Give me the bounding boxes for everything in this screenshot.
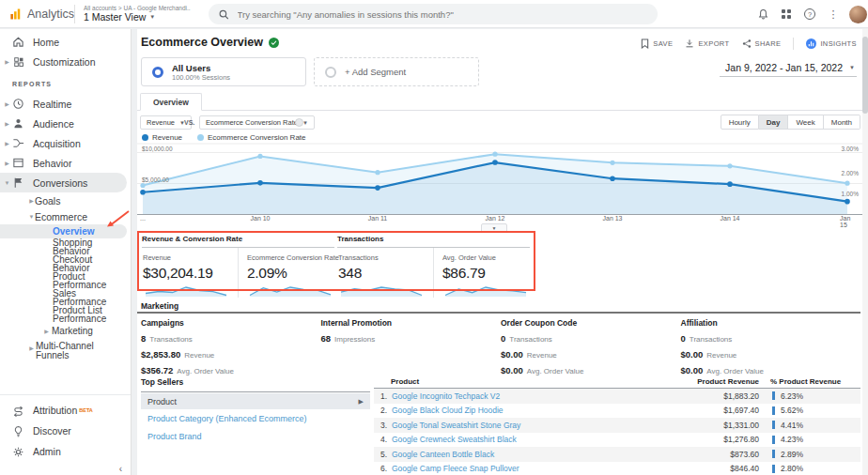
scorecard-group-transactions: Transactions Transactions 348 Avg. Order… — [337, 235, 530, 298]
row-rank: 1. — [374, 391, 387, 401]
scrollbar-thumb[interactable] — [862, 37, 868, 114]
sidebar-item-audience[interactable]: ▶ Audience — [0, 114, 132, 133]
sidebar-item-conversions[interactable]: ▼ Conversions — [0, 173, 127, 192]
analytics-logo[interactable]: Analytics — [0, 8, 74, 21]
marketing-metric-value: 68 — [321, 333, 332, 344]
sidebar-item-ecommerce[interactable]: ▼ Ecommerce — [0, 208, 132, 224]
granularity-week[interactable]: Week — [788, 115, 823, 130]
sidebar-label: Discover — [33, 425, 71, 437]
table-row: 2.Google Black Cloud Zip Hoodie$1,697.40… — [374, 404, 860, 419]
sidebar-item-realtime[interactable]: ▶ Realtime — [0, 94, 132, 114]
sidebar-item-checkout-behavior[interactable]: Checkout Behavior — [0, 255, 128, 272]
chevron-down-icon: ▼ — [849, 65, 855, 70]
acquisition-branch-icon — [11, 137, 25, 149]
product-table: Product Product Revenue % Product Revenu… — [374, 377, 860, 475]
segment-subtitle: 100.00% Sessions — [172, 73, 230, 82]
sidebar-item-behavior[interactable]: ▶ Behavior — [0, 153, 132, 173]
scorecard-conversion-rate[interactable]: Ecommerce Conversion Rate 2.09% — [238, 248, 333, 298]
row-rank: 4. — [374, 435, 387, 444]
apps-grid-icon[interactable] — [779, 7, 794, 22]
percent-cell: 4.23% — [759, 435, 860, 444]
product-link[interactable]: Google Canteen Bottle Black — [387, 450, 674, 459]
y-axis-tick-left: $10,000.00 — [142, 146, 173, 152]
sidebar-item-discover[interactable]: Discover — [0, 421, 132, 441]
help-icon[interactable]: ? — [802, 7, 817, 22]
collapse-chart-button[interactable]: ▼ — [481, 223, 507, 233]
realtime-clock-icon — [11, 98, 25, 110]
user-avatar[interactable] — [849, 6, 867, 23]
sidebar-item-admin[interactable]: Admin — [0, 441, 132, 462]
search-input[interactable] — [238, 9, 647, 20]
scorecard-revenue[interactable]: Revenue $30,204.19 — [142, 248, 238, 298]
marketing-metric-value: 0 — [501, 333, 505, 344]
product-link[interactable]: Google Black Cloud Zip Hoodie — [387, 406, 674, 415]
scorecard-label: Avg. Order Value — [442, 253, 527, 262]
export-button[interactable]: EXPORT — [685, 38, 729, 49]
notifications-bell-icon[interactable] — [755, 7, 770, 22]
column-header-product[interactable]: Product — [374, 377, 674, 386]
sidebar-label: Attribution — [33, 405, 77, 416]
expand-icon: ▶ — [0, 160, 10, 166]
percent-cell: 6.23% — [759, 391, 860, 401]
marketing-metric-label: Transactions — [690, 335, 733, 344]
sidebar-collapse-chevron[interactable]: ‹ — [119, 464, 122, 474]
top-sellers-title: Top Sellers — [141, 377, 370, 392]
sidebar-item-customization[interactable]: ▶ Customization — [0, 52, 132, 71]
scorecard-transactions[interactable]: Transactions 348 — [337, 248, 433, 298]
date-range-picker[interactable]: Jan 9, 2022 - Jan 15, 2022 ▼ — [720, 62, 857, 77]
sidebar-item-attribution[interactable]: Attribution BETA — [0, 400, 132, 421]
marketing-column-order-coupon-code: Order Coupon Code0Transactions$0.00Reven… — [501, 318, 681, 381]
sidebar-item-goals[interactable]: ▶ Goals — [0, 192, 132, 208]
segment-chip-all-users[interactable]: All Users 100.00% Sessions — [141, 57, 306, 86]
sidebar-item-sales-performance[interactable]: Sales Performance — [0, 289, 128, 306]
granularity-month[interactable]: Month — [824, 115, 860, 130]
tab-overview[interactable]: Overview — [140, 93, 202, 111]
marketing-metric-value: 0 — [681, 333, 686, 344]
search-bar[interactable] — [209, 4, 658, 24]
product-link[interactable]: Google Incognito Techpack V2 — [387, 391, 674, 401]
sidebar-item-product-list-performance[interactable]: Product List Performance — [0, 306, 128, 323]
top-sellers-item-product-category-enhanced-ecommerce-[interactable]: Product Category (Enhanced Ecommerce) — [141, 410, 370, 427]
row-rank: 5. — [374, 450, 387, 459]
percent-value: 5.62% — [775, 406, 803, 415]
sidebar-item-home[interactable]: Home — [0, 32, 132, 52]
sidebar-label: Acquisition — [33, 138, 81, 149]
scorecard-group-revenue: Revenue & Conversion Rate Revenue $30,20… — [142, 235, 334, 298]
insights-icon — [806, 38, 816, 49]
column-header-product-revenue[interactable]: Product Revenue — [674, 377, 759, 386]
top-sellers-item-product[interactable]: Product▶ — [141, 393, 370, 409]
sidebar-item-multi-channel-funnels[interactable]: ▶ Multi-Channel Funnels — [0, 339, 131, 363]
sidebar-item-ecommerce-overview[interactable]: Overview — [0, 224, 127, 238]
top-sellers-item-product-brand[interactable]: Product Brand — [141, 428, 370, 445]
share-button[interactable]: SHARE — [742, 38, 782, 49]
segment-title: All Users — [172, 63, 230, 73]
insights-button[interactable]: INSIGHTS — [806, 38, 857, 49]
expand-icon: ▶ — [0, 100, 10, 107]
chevron-down-icon: ▼ — [149, 14, 155, 20]
product-link[interactable]: Google Camp Fleece Snap Pullover — [387, 464, 674, 473]
account-switcher[interactable]: All accounts > UA - Google Merchandi.. 1… — [75, 5, 199, 23]
granularity-hourly[interactable]: Hourly — [721, 115, 759, 130]
row-rank: 6. — [374, 464, 387, 473]
sidebar-item-marketing[interactable]: ▶ Marketing — [0, 323, 131, 339]
product-link[interactable]: Google Crewneck Sweatshirt Black — [387, 435, 674, 444]
more-vertical-icon[interactable]: ⋮ — [826, 7, 841, 22]
product-link[interactable]: Google Tonal Sweatshirt Stone Gray — [387, 421, 674, 430]
legend-dot-icon — [197, 134, 204, 141]
add-segment-button[interactable]: + Add Segment — [314, 57, 479, 86]
save-button[interactable]: SAVE — [641, 38, 673, 49]
marketing-metric: 68Impressions — [321, 333, 502, 344]
share-icon — [742, 38, 752, 49]
report-actions: SAVE EXPORT SHARE INSIGHTS — [641, 38, 857, 50]
marketing-metric-value: $0.00 — [681, 365, 704, 375]
column-header-percent-product-revenue[interactable]: % Product Revenue — [759, 377, 860, 386]
scorecard-group-title: Transactions — [337, 235, 530, 248]
collapse-icon: ▼ — [24, 214, 35, 220]
behavior-page-icon — [11, 157, 25, 169]
scorecard-avg-order-value[interactable]: Avg. Order Value $86.79 — [433, 248, 529, 298]
metric-options-circle-icon[interactable] — [295, 118, 303, 127]
granularity-day[interactable]: Day — [759, 115, 789, 130]
sidebar-item-product-performance[interactable]: Product Performance — [0, 272, 128, 289]
sidebar-item-shopping-behavior[interactable]: Shopping Behavior — [0, 238, 128, 255]
sidebar-item-acquisition[interactable]: ▶ Acquisition — [0, 133, 132, 153]
